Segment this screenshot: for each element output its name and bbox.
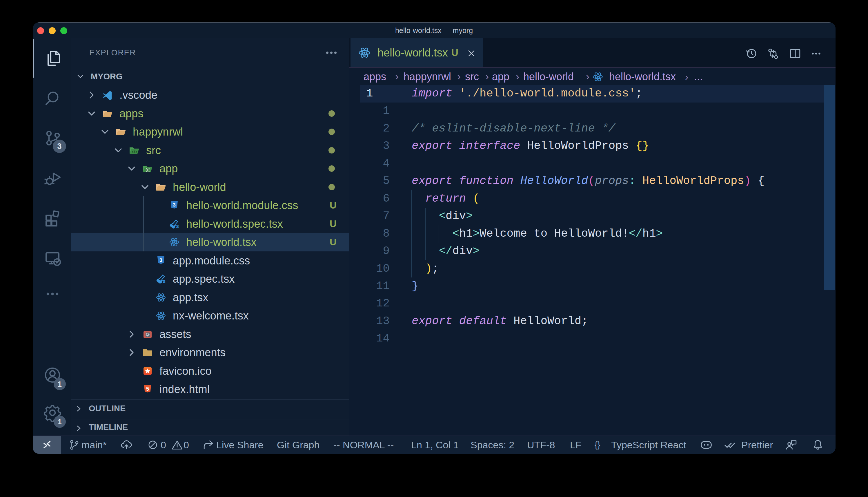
svg-text:TS: TS (160, 279, 166, 284)
svg-text:3: 3 (160, 257, 162, 263)
svg-text:5: 5 (146, 386, 149, 392)
svg-text:TS: TS (174, 224, 179, 229)
svg-text:3: 3 (173, 202, 175, 208)
